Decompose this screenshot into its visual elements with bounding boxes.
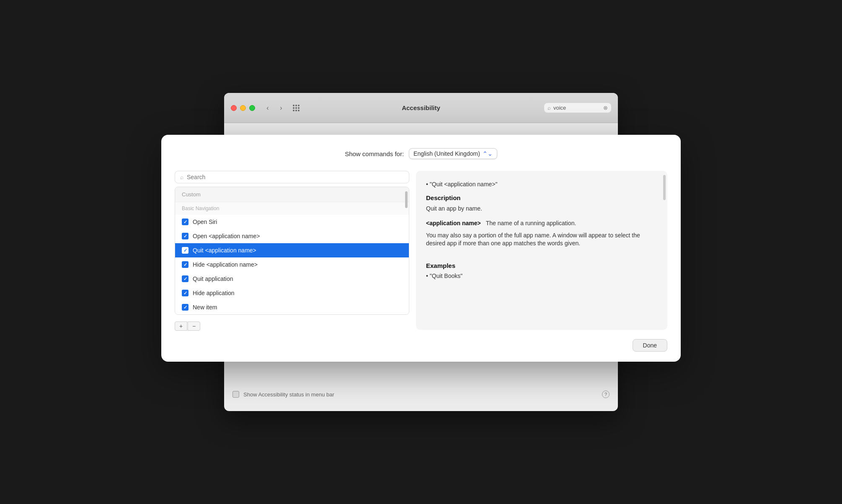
checkmark-icon: ✓ — [183, 262, 187, 267]
modal-footer: Done — [175, 339, 667, 352]
search-value: voice — [553, 105, 601, 111]
detail-scrollbar[interactable] — [663, 175, 666, 326]
list-item[interactable]: ✓ New item — [175, 300, 409, 314]
remove-item-button[interactable]: − — [188, 321, 200, 331]
list-item[interactable]: ✓ Quit application — [175, 272, 409, 286]
back-button[interactable]: ‹ — [262, 103, 274, 113]
examples-heading: Examples — [426, 262, 657, 269]
done-button[interactable]: Done — [633, 339, 667, 352]
list-item-selected[interactable]: ✓ Quit <application name> — [175, 243, 409, 257]
show-commands-label: Show commands for: — [345, 150, 404, 157]
status-label: Show Accessibility status in menu bar — [243, 391, 334, 398]
bottom-bar: Show Accessibility status in menu bar ? — [224, 378, 618, 411]
list-item[interactable]: ✓ Hide <application name> — [175, 257, 409, 272]
list-item[interactable]: ✓ Hide application — [175, 286, 409, 300]
dropdown-arrows-icon: ⌃⌄ — [483, 150, 493, 157]
description-heading: Description — [426, 194, 657, 201]
command-search-input[interactable] — [187, 174, 404, 180]
checkmark-icon: ✓ — [183, 305, 187, 310]
item-label: Open Siri — [193, 219, 217, 225]
description-text: Quit an app by name. — [426, 205, 657, 213]
checkbox-open-app[interactable]: ✓ — [182, 233, 189, 239]
checkbox-open-siri[interactable]: ✓ — [182, 219, 189, 225]
checkmark-icon: ✓ — [183, 291, 187, 296]
add-item-button[interactable]: + — [175, 321, 187, 331]
forward-button[interactable]: › — [275, 103, 287, 113]
search-icon: ⌕ — [548, 105, 551, 111]
detail-scrollbar-thumb[interactable] — [663, 175, 666, 200]
checkbox-new-item[interactable]: ✓ — [182, 304, 189, 311]
language-text: English (United Kingdom) — [413, 150, 480, 157]
checkbox-hide-application[interactable]: ✓ — [182, 290, 189, 296]
item-label: Quit <application name> — [193, 247, 256, 254]
param-row: <application name> The name of a running… — [426, 220, 657, 226]
modal-header: Show commands for: English (United Kingd… — [175, 148, 667, 159]
detail-panel: • "Quit <application name>" Description … — [416, 171, 667, 330]
list-item[interactable]: ✓ Open <application name> — [175, 229, 409, 243]
window-title: Accessibility — [402, 104, 440, 111]
item-label: New item — [193, 304, 217, 311]
list-item[interactable]: ✓ Open Siri — [175, 215, 409, 229]
item-label: Open <application name> — [193, 233, 260, 239]
param-extra-text: You may also say a portion of the full a… — [426, 231, 657, 248]
left-panel: ⌕ Custom Basic Navigation ✓ Open Siri — [175, 171, 409, 331]
param-name: <application name> — [426, 220, 481, 226]
list-header: Custom — [175, 187, 409, 202]
checkmark-icon: ✓ — [183, 234, 187, 239]
checkbox-quit-app[interactable]: ✓ — [182, 247, 189, 254]
titlebar: ‹ › Accessibility ⌕ voice ⊗ — [224, 93, 618, 123]
zoom-button[interactable] — [249, 105, 255, 111]
checkmark-icon: ✓ — [183, 219, 187, 225]
grid-button[interactable] — [290, 103, 302, 113]
minimize-button[interactable] — [240, 105, 246, 111]
detail-command-title: • "Quit <application name>" — [426, 181, 657, 188]
checkmark-icon: ✓ — [183, 248, 187, 253]
list-scrollbar[interactable] — [405, 191, 408, 310]
item-label: Quit application — [193, 275, 233, 282]
checkmark-icon: ✓ — [183, 276, 187, 282]
app-window: ‹ › Accessibility ⌕ voice ⊗ Show Accessi… — [224, 93, 618, 411]
example-item: • "Quit Books" — [426, 273, 657, 279]
command-search-bar[interactable]: ⌕ — [175, 171, 409, 183]
grid-icon — [293, 105, 300, 111]
item-label: Hide <application name> — [193, 261, 258, 268]
commands-list-container: Custom Basic Navigation ✓ Open Siri ✓ Op… — [175, 187, 409, 315]
list-section-header: Basic Navigation — [175, 202, 409, 215]
search-clear-icon[interactable]: ⊗ — [603, 105, 608, 111]
list-action-bar: + − — [175, 321, 409, 331]
status-checkbox[interactable] — [232, 391, 239, 398]
checkbox-hide-app[interactable]: ✓ — [182, 261, 189, 268]
close-button[interactable] — [231, 105, 237, 111]
search-bar[interactable]: ⌕ voice ⊗ — [544, 103, 611, 113]
scrollbar-thumb[interactable] — [405, 191, 408, 208]
search-bar-icon: ⌕ — [180, 174, 183, 180]
nav-buttons: ‹ › — [262, 103, 287, 113]
traffic-lights — [231, 105, 255, 111]
checkbox-quit-application[interactable]: ✓ — [182, 275, 189, 282]
param-description: The name of a running application. — [486, 220, 576, 226]
commands-modal: Show commands for: English (United Kingd… — [161, 135, 681, 362]
modal-body: ⌕ Custom Basic Navigation ✓ Open Siri — [175, 171, 667, 331]
language-dropdown[interactable]: English (United Kingdom) ⌃⌄ — [409, 148, 497, 159]
help-button[interactable]: ? — [602, 391, 610, 398]
item-label: Hide application — [193, 290, 235, 296]
